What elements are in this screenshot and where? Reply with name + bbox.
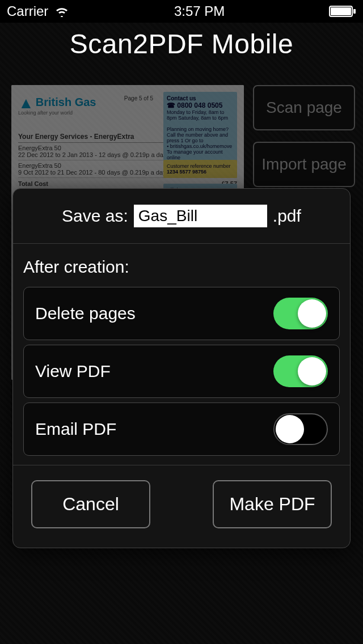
app-title: Scan2PDF Mobile	[0, 23, 363, 74]
svg-rect-1	[353, 9, 356, 14]
delete-pages-toggle[interactable]	[273, 298, 328, 329]
delete-pages-label: Delete pages	[35, 304, 136, 323]
file-extension: .pdf	[273, 206, 301, 226]
scan-page-button[interactable]: Scan page	[253, 85, 355, 130]
doc-brand: British Gas	[36, 96, 96, 108]
make-pdf-button[interactable]: Make PDF	[213, 480, 332, 528]
email-pdf-label: Email PDF	[35, 420, 116, 439]
wifi-icon	[54, 6, 70, 17]
email-pdf-toggle[interactable]	[273, 413, 328, 445]
save-pdf-dialog: Save as: .pdf After creation: Delete pag…	[12, 188, 351, 548]
import-page-button[interactable]: Import page	[253, 142, 355, 187]
clock: 3:57 PM	[174, 3, 225, 19]
battery-icon	[329, 6, 356, 17]
after-creation-label: After creation:	[13, 244, 350, 282]
svg-rect-2	[331, 7, 351, 15]
doc-custref-box: Customer reference number 1234 5577 9875…	[163, 160, 237, 178]
filename-input[interactable]	[134, 205, 267, 227]
status-bar: Carrier 3:57 PM	[0, 0, 363, 23]
toggle-row-email-pdf: Email PDF	[23, 402, 340, 456]
doc-contact-box: Contact us ☎ 0800 048 0505 Monday to Fri…	[163, 92, 237, 164]
toggle-row-view-pdf: View PDF	[23, 345, 340, 398]
doc-page-label: Page 5 of 5	[124, 95, 153, 101]
cancel-button[interactable]: Cancel	[31, 480, 150, 528]
view-pdf-toggle[interactable]	[273, 355, 328, 387]
carrier-label: Carrier	[7, 3, 48, 19]
toggle-row-delete-pages: Delete pages	[23, 287, 340, 340]
view-pdf-label: View PDF	[35, 362, 111, 381]
save-as-label: Save as:	[62, 206, 128, 226]
